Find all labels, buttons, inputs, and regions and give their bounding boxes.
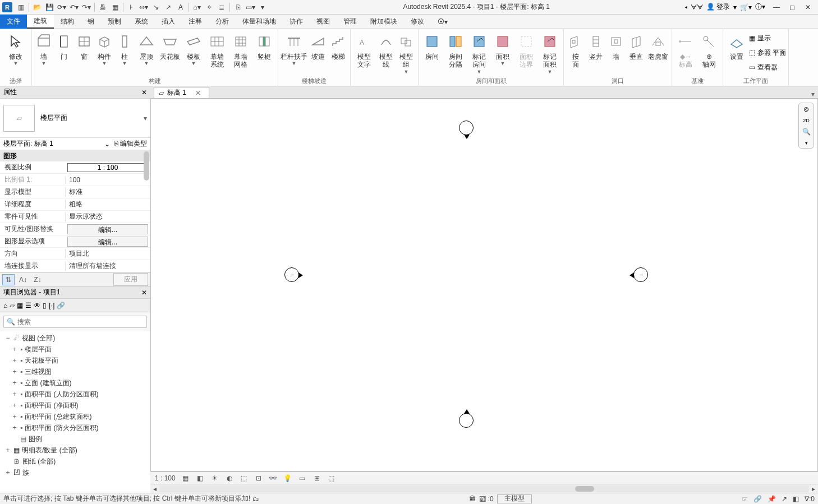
status-selection-set[interactable]: 主模型 — [497, 494, 532, 503]
component-button[interactable]: 构件▼ — [95, 30, 114, 75]
edit-type-button[interactable]: ⎘ 编辑类型 — [114, 139, 147, 149]
browser-sheet-icon[interactable]: ▱ — [10, 302, 15, 309]
vc-style-icon[interactable]: ◧ — [196, 474, 205, 483]
tree-item[interactable]: +▪天花板平面 — [0, 355, 150, 366]
ceiling-button[interactable]: 天花板 — [159, 30, 181, 75]
type-selector[interactable]: ▱ 楼层平面 ▾ — [0, 99, 150, 138]
drawing-canvas[interactable]: ⊚ 2D 🔍 ▾ — [150, 99, 818, 471]
vc-detail-icon[interactable]: ▦ — [181, 474, 190, 483]
wall-button[interactable]: 墙▼ — [34, 30, 53, 75]
qat-open-icon[interactable]: 📂 — [31, 1, 43, 13]
tab-collab[interactable]: 协作 — [283, 15, 310, 29]
hscroll-left-icon[interactable]: ◂ — [150, 485, 159, 493]
tab-steel[interactable]: 钢 — [81, 15, 101, 29]
grid-button[interactable]: ⊕ 轴网 — [698, 30, 720, 75]
vc-sun-icon[interactable]: ☀ — [210, 474, 219, 483]
tree-legend[interactable]: ▤图例 — [0, 433, 150, 445]
tree-item[interactable]: +▪立面 (建筑立面) — [0, 377, 150, 389]
browser-box-icon[interactable]: [·] — [49, 302, 54, 309]
tab-insert[interactable]: 插入 — [155, 15, 182, 29]
tab-systems[interactable]: 系统 — [128, 15, 155, 29]
qat-sync-icon[interactable]: ⟳▾ — [56, 1, 68, 13]
qat-text-icon[interactable]: A — [174, 1, 187, 13]
props-scrollbar[interactable] — [144, 151, 149, 181]
prop-parts-vis[interactable]: 零件可见性显示原状态 — [0, 211, 150, 223]
cart-icon[interactable]: 🛒▾ — [740, 3, 752, 11]
browser-list-icon[interactable]: ☰ — [25, 302, 31, 309]
view-tab-close-icon[interactable]: ✕ — [195, 89, 201, 97]
tree-families[interactable]: +凹族 — [0, 467, 150, 478]
area-button[interactable]: 面积▼ — [491, 30, 514, 75]
nav-chev-icon[interactable]: ▾ — [805, 140, 808, 146]
tree-item[interactable]: +▪楼层平面 — [0, 344, 150, 355]
status-workset-icon[interactable]: 🗂 — [252, 495, 259, 503]
tree-item[interactable]: +▪面积平面 (人防分区面积) — [0, 389, 150, 400]
elevation-marker-s[interactable] — [459, 413, 474, 428]
model-line-button[interactable]: 模型 线 — [376, 30, 396, 75]
elevation-marker-n[interactable] — [459, 121, 474, 135]
wp-set-button[interactable]: 设置 — [725, 30, 748, 75]
tree-sheets[interactable]: 🗎图纸 (全部) — [0, 456, 150, 467]
qat-more-icon[interactable]: ▾ — [256, 1, 269, 13]
tag-room-button[interactable]: 标记 房间▼ — [468, 30, 490, 75]
qat-clip-icon[interactable]: ⎘ — [232, 1, 244, 13]
curtain-system-button[interactable]: 幕墙 系统 — [206, 30, 228, 75]
view-tabs-menu-icon[interactable]: ▾ — [808, 90, 818, 98]
qat-redo-icon[interactable]: ↷▾ — [80, 1, 93, 13]
wp-ref-button[interactable]: ⬚参照 平面 — [749, 46, 786, 59]
browser-home-icon[interactable]: ⌂ — [3, 302, 7, 309]
vc-shadow-icon[interactable]: ◐ — [225, 474, 234, 483]
qat-dimension-icon[interactable]: ↘ — [150, 1, 162, 13]
qat-print-icon[interactable]: 🖶 — [96, 1, 109, 13]
browser-eye-icon[interactable]: 👁 — [34, 302, 40, 309]
model-group-button[interactable]: 模型 组▼ — [397, 30, 416, 75]
vc-crop-icon[interactable]: ⬚ — [240, 474, 249, 483]
tab-analyze[interactable]: 分析 — [209, 15, 236, 29]
browser-grid-icon[interactable]: ▦ — [17, 302, 23, 309]
prop-wall-join[interactable]: 墙连接显示清理所有墙连接 — [0, 260, 150, 272]
column-button[interactable]: 柱▼ — [115, 30, 134, 75]
vc-cropvis-icon[interactable]: ⊡ — [254, 474, 263, 483]
tab-view[interactable]: 视图 — [310, 15, 337, 29]
stair-button[interactable]: 楼梯 — [329, 30, 348, 75]
status-sel-icon[interactable]: ☞ — [742, 495, 748, 503]
prop-display-model[interactable]: 显示模型标准 — [0, 186, 150, 198]
tag-area-button[interactable]: 标记 面积▼ — [539, 30, 561, 75]
status-model-icon[interactable]: 🏛 — [469, 495, 476, 503]
model-text-button[interactable]: A模型 文字 — [353, 30, 375, 75]
mullion-button[interactable]: 竖梃 — [253, 30, 275, 75]
qat-thin-icon[interactable]: ≣ — [215, 1, 228, 13]
qat-tag-icon[interactable]: ↗ — [162, 1, 174, 13]
prop-detail-level[interactable]: 详细程度粗略 — [0, 198, 150, 211]
hscroll-thumb[interactable] — [575, 486, 594, 492]
canvas-hscroll[interactable]: ◂ ▸ — [150, 484, 818, 493]
browser-panel-icon[interactable]: ▯ — [43, 302, 47, 309]
open-byface-button[interactable]: 按 面 — [566, 30, 585, 75]
qat-bulb-icon[interactable]: ✧ — [203, 1, 215, 13]
hscroll-right-icon[interactable]: ▸ — [809, 485, 818, 493]
nav-2d-icon[interactable]: 2D — [803, 118, 810, 123]
floor-button[interactable]: 楼板▼ — [182, 30, 205, 75]
tree-item[interactable]: +▪面积平面 (总建筑面积) — [0, 411, 150, 422]
status-filter-icon[interactable]: ∇:0 — [805, 495, 815, 503]
tab-addins[interactable]: 附加模块 — [364, 15, 404, 29]
tab-file[interactable]: 文件 — [0, 15, 27, 29]
tab-annotate[interactable]: 注释 — [182, 15, 209, 29]
tree-schedules[interactable]: +▦明细表/数量 (全部) — [0, 445, 150, 456]
vc-analytic-icon[interactable]: ⊞ — [313, 474, 321, 483]
prop-orientation[interactable]: 方向项目北 — [0, 248, 150, 260]
wp-viewer-button[interactable]: ▭查看器 — [749, 61, 786, 74]
panel-close-icon[interactable]: ✕ — [141, 89, 147, 96]
login-button[interactable]: 👤 登录 — [706, 2, 730, 12]
tree-item[interactable]: +▪三维视图 — [0, 366, 150, 377]
keytips-icon[interactable]: ◂ ᗄᗄ — [684, 3, 702, 11]
qat-window-icon[interactable]: ▭▾ — [244, 1, 256, 13]
tab-manage[interactable]: 管理 — [337, 15, 364, 29]
railing-button[interactable]: 栏杆扶手▼ — [281, 30, 307, 75]
qat-save-icon[interactable]: 💾 — [43, 1, 56, 13]
tab-structure[interactable]: 结构 — [54, 15, 81, 29]
nav-full-icon[interactable]: ⊚ — [803, 105, 809, 113]
apply-button[interactable]: 应用 — [113, 273, 148, 286]
status-pin-icon[interactable]: 📌 — [768, 495, 776, 503]
maximize-button[interactable]: ◻ — [788, 3, 797, 12]
